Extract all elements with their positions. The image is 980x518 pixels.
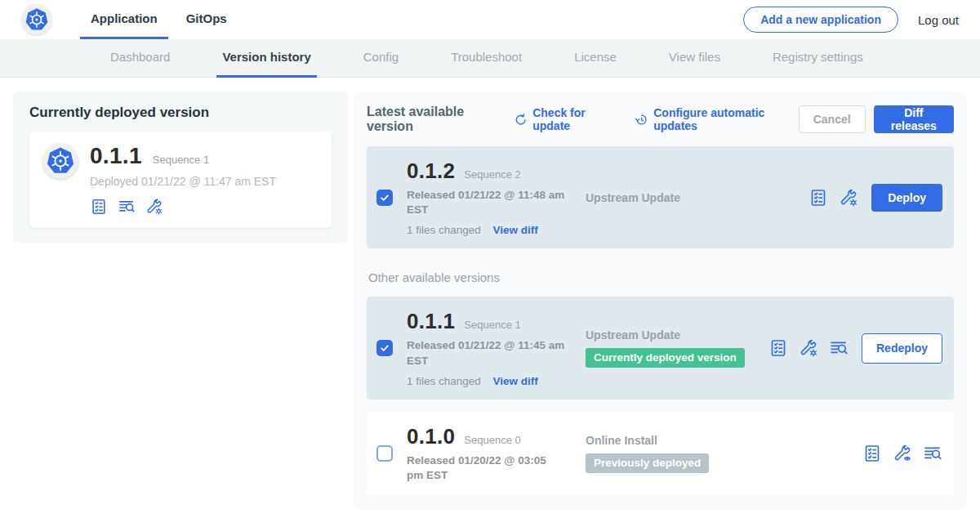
view-logs-icon[interactable] — [923, 444, 942, 463]
version-checkbox[interactable] — [376, 445, 393, 462]
version-source-label: Online Install — [586, 434, 862, 447]
edit-config-icon[interactable] — [799, 338, 818, 358]
files-changed-label: 1 files changed — [407, 375, 481, 387]
version-history-panel: Latest available version Check for updat… — [354, 92, 967, 510]
tab-config[interactable]: Config — [358, 39, 404, 78]
latest-version-list: 0.1.2 Sequence 2 Released 01/21/22 @ 11:… — [367, 146, 954, 248]
diff-releases-button[interactable]: Diff releases — [874, 105, 954, 133]
tab-view-files[interactable]: View files — [663, 39, 726, 78]
refresh-icon — [514, 112, 528, 127]
version-source-label: Upstream Update — [586, 191, 808, 204]
version-number: 0.1.1 — [407, 309, 455, 334]
check-for-update-label: Check for update — [532, 106, 618, 132]
latest-available-title: Latest available version — [367, 105, 502, 134]
version-released-timestamp: Released 01/21/22 @ 11:48 am EST — [407, 188, 565, 217]
kubernetes-logo-icon — [24, 7, 49, 32]
preflight-checks-icon[interactable] — [768, 338, 788, 358]
deployed-action-icons — [90, 198, 276, 216]
status-badge: Currently deployed version — [586, 348, 745, 368]
view-logs-icon[interactable] — [829, 338, 849, 358]
kubernetes-logo — [21, 4, 52, 35]
tab-version-history[interactable]: Version history — [216, 39, 316, 78]
files-changed-label: 1 files changed — [407, 224, 481, 236]
view-config-icon[interactable] — [893, 444, 912, 463]
tab-gitops[interactable]: GitOps — [176, 0, 238, 39]
deployed-timestamp: Deployed 01/21/22 @ 11:47 am EST — [90, 175, 276, 188]
tab-troubleshoot[interactable]: Troubleshoot — [445, 39, 528, 78]
version-number: 0.1.0 — [407, 424, 455, 449]
version-released-timestamp: Released 01/20/22 @ 03:05 pm EST — [407, 453, 565, 483]
version-source-label: Upstream Update — [586, 328, 768, 342]
kubernetes-logo-icon — [46, 146, 75, 176]
deployed-version-sequence: Sequence 1 — [153, 154, 209, 166]
configure-automatic-updates-label: Configure automatic updates — [653, 106, 798, 132]
cancel-button[interactable]: Cancel — [799, 105, 866, 133]
tab-application[interactable]: Application — [80, 0, 168, 39]
logout-link[interactable]: Log out — [918, 13, 959, 27]
edit-config-icon[interactable] — [145, 198, 163, 216]
status-badge: Previously deployed — [586, 453, 709, 473]
other-available-versions-title: Other available versions — [368, 270, 954, 284]
edit-config-icon[interactable] — [839, 188, 858, 208]
view-diff-link[interactable]: View diff — [493, 224, 538, 236]
version-row: 0.1.2 Sequence 2 Released 01/21/22 @ 11:… — [367, 146, 954, 248]
app-icon — [42, 143, 78, 179]
version-action-icons — [768, 338, 849, 358]
version-row: 0.1.1 Sequence 1 Released 01/21/22 @ 11:… — [367, 297, 954, 399]
add-application-button[interactable]: Add a new application — [743, 7, 898, 33]
tab-license[interactable]: License — [568, 39, 622, 78]
tab-dashboard[interactable]: Dashboard — [105, 39, 176, 78]
currently-deployed-card: Currently deployed version 0.1.1 Sequenc… — [13, 92, 348, 243]
other-version-list: 0.1.1 Sequence 1 Released 01/21/22 @ 11:… — [367, 297, 954, 495]
version-action-button[interactable]: Redeploy — [862, 333, 942, 364]
version-action-icons — [862, 444, 942, 463]
version-sequence: Sequence 1 — [464, 319, 520, 331]
version-action-icons — [808, 188, 858, 208]
version-checkbox[interactable] — [376, 190, 393, 206]
version-number: 0.1.2 — [407, 159, 455, 184]
version-action-button[interactable]: Deploy — [871, 184, 942, 212]
version-sequence: Sequence 2 — [464, 168, 520, 181]
tab-registry-settings[interactable]: Registry settings — [767, 39, 869, 78]
top-nav: Application GitOps Add a new application… — [0, 0, 980, 39]
version-sequence: Sequence 0 — [464, 434, 520, 446]
version-row: 0.1.0 Sequence 0 Released 01/20/22 @ 03:… — [367, 412, 954, 495]
preflight-checks-icon[interactable] — [808, 188, 828, 208]
version-checkbox[interactable] — [376, 340, 393, 356]
schedule-update-icon — [635, 112, 648, 127]
deployed-version-card: 0.1.1 Sequence 1 Deployed 01/21/22 @ 11:… — [29, 132, 332, 228]
version-released-timestamp: Released 01/21/22 @ 11:45 am EST — [407, 338, 565, 368]
view-logs-icon[interactable] — [118, 198, 136, 216]
view-diff-link[interactable]: View diff — [493, 375, 538, 387]
preflight-checks-icon[interactable] — [90, 198, 108, 216]
configure-automatic-updates-link[interactable]: Configure automatic updates — [635, 106, 799, 132]
preflight-checks-icon[interactable] — [862, 444, 882, 463]
currently-deployed-title: Currently deployed version — [29, 105, 332, 121]
check-for-update-link[interactable]: Check for update — [514, 106, 618, 132]
deployed-version-number: 0.1.1 — [90, 143, 142, 169]
app-sub-nav: Dashboard Version history Config Trouble… — [0, 39, 980, 78]
